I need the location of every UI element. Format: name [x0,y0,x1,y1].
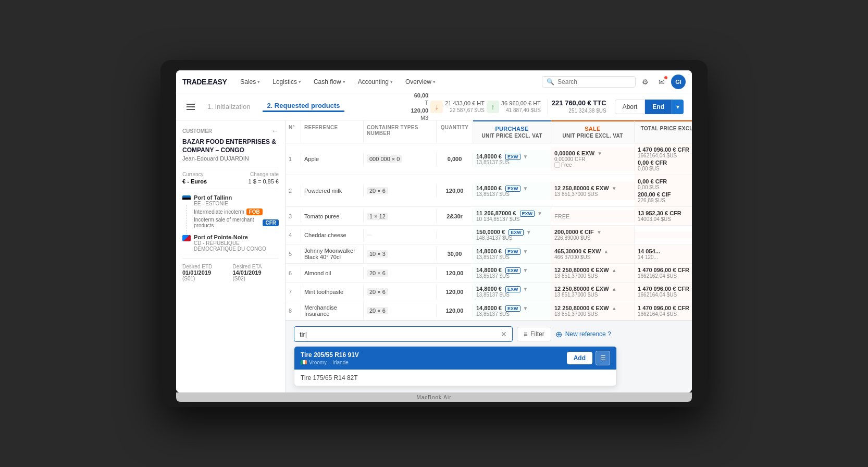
table-row[interactable]: 3 Tomato puree 1 × 12 2&30r 11 206,87000… [286,207,692,226]
dropdown-item[interactable]: Tire 175/65 R14 82T [294,370,616,386]
arrow-down-icon: ↓ [430,101,443,113]
port-section: Port of Tallinn EE - ESTONIE Intermediat… [182,194,279,254]
step-buttons: Abort End ▾ [615,100,684,114]
th-container: Container types number [364,120,437,143]
end-button[interactable]: End [645,100,672,114]
user-avatar[interactable]: GI [671,75,686,89]
menu-button[interactable] [184,102,197,112]
purchase-chevron-icon[interactable]: ▼ [523,305,528,311]
abort-button[interactable]: Abort [615,100,646,114]
sale-chevron-icon[interactable]: ▲ [612,267,617,273]
search-input[interactable] [557,78,631,85]
cell-num: 1 [286,153,301,165]
cell-container: 20 × 6 [364,184,437,198]
cell-purchase-price: 11 206,87000 € EXW ▼ 10 134,85137 $US [473,207,551,225]
search-box[interactable]: 🔍 [542,76,636,88]
cell-purchase-price: 14,8000 € EXW ▼ 13,85137 $US [473,282,551,301]
search-row: ✕ ≡ Filter ⊕ New reference ? [294,326,684,342]
add-product-button[interactable]: Add [567,352,592,364]
currency-values: € - Euros 1 $ = 0,85 € [182,178,279,185]
cell-purchase-price: 14,8000 € EXW ▼ 13,85137 $US [473,245,551,263]
dropdown-item-name: Tire 205/55 R16 91V [301,351,567,359]
sale-chevron-icon[interactable]: ▼ [597,229,602,235]
cell-total-price: 1 470 096,00 € CFR 1662164,04 $US [635,302,692,320]
cell-purchase-price: 14,8000 € EXW ▼ 13,85137 $US [473,150,551,168]
nav-sales[interactable]: Sales ▾ [235,76,265,88]
new-reference-button[interactable]: ⊕ New reference ? [555,329,611,339]
cell-reference: Almond oil [301,267,364,279]
eta-block: Desired ETA 14/01/2019 (S02) [233,264,279,281]
th-num: N° [286,120,301,143]
ttc-metric: 221 760,00 € TTC 251 324,38 $US [547,99,606,115]
estonia-flag [182,195,191,202]
table-row[interactable]: 4 Cheddar cheese 150,0000 € EXW ▼ 148,34… [286,226,692,244]
ht2-metric: 36 960,00 € HT 41 887,40 $US [501,100,541,114]
cell-reference: Cheddar cheese [301,229,364,241]
filter-button[interactable]: ≡ Filter [517,327,551,341]
purchase-chevron-icon[interactable]: ▼ [526,229,531,235]
table-row[interactable]: 8 Merchandise Insurance 20 × 6 120,00 14… [286,301,692,321]
port-pointe-noire-info: Port of Pointe-Noire CD - RÉPUBLIQUE DÉM… [194,234,279,254]
etd-block: Desired ETD 01/01/2019 (S01) [182,264,229,281]
table-row[interactable]: 5 Johnny Moonwalker Black 40° 70cl 10 × … [286,244,692,264]
purchase-chevron-icon[interactable]: ▼ [523,267,528,273]
table-area: N° Reference Container types number Quan… [286,120,692,392]
currency-row: Currency Change rate [182,171,279,177]
product-search-box[interactable]: ✕ [294,326,513,342]
mail-button[interactable]: ✉ [654,75,669,89]
fob-badge: FOB [246,208,263,215]
settings-button[interactable]: ⚙ [638,75,652,89]
qty-metric: 60,00 T 120,00 M3 [411,92,429,121]
sidebar: Customer ← BAZAR FOOD ENTERPRISES & COMP… [176,120,286,392]
cell-container [364,231,437,239]
cell-sale-price: 12 250,80000 € EXW ▲ 13 851,37000 $US [551,302,635,320]
sale-chevron-icon[interactable]: ▲ [612,286,617,292]
purchase-chevron-icon[interactable]: ▼ [523,249,528,254]
dropdown-item[interactable]: Tire 205/55 R16 91V Vroomy – Irlande Add… [294,347,616,370]
th-purchase: Purchase Unit price excl. VAT [473,120,551,143]
end-dropdown-button[interactable]: ▾ [672,100,684,114]
sale-chevron-icon[interactable]: ▲ [603,249,609,254]
cell-num: 3 [286,210,301,223]
detail-button[interactable]: ☰ [596,351,610,365]
nav-accounting[interactable]: Accounting ▾ [353,76,398,88]
table-row[interactable]: 7 Mint toothpaste 20 × 6 120,00 14,8000 … [286,282,692,301]
purchase-chevron-icon[interactable]: ▼ [523,186,528,191]
th-sale-unit: Sale Unit price excl. VAT [551,120,635,143]
th-total-price: Total price excl. VAT [635,120,692,143]
sale-chevron-icon[interactable]: ▲ [612,305,617,311]
ireland-flag-icon [301,360,307,364]
table-row[interactable]: 2 Powdered milk 20 × 6 120,00 14,8000 € … [286,175,692,207]
clear-search-button[interactable]: ✕ [501,330,507,338]
cell-num: 4 [286,229,301,241]
table-row[interactable]: 1 Apple 000 000 × 0 0,000 14,8000 € EXW … [286,143,692,175]
cell-total-price: 1 470 096,00 € CFR 1662162,04 $US [635,264,692,282]
sale-chevron-icon[interactable]: ▼ [612,186,617,191]
product-search-input[interactable] [300,330,497,338]
plus-circle-icon: ⊕ [555,329,562,339]
sales-chevron-icon: ▾ [257,79,260,84]
step-bar: 1. Initialization 2. Requested products … [176,93,692,120]
nav-cashflow[interactable]: Cash flow ▾ [308,76,351,88]
sale-chevron-icon[interactable]: ▼ [597,151,602,156]
cell-sale-price: FREE [551,210,635,223]
nav-logistics[interactable]: Logistics ▾ [267,76,306,88]
step-1[interactable]: 1. Initialization [203,103,254,110]
main-content: Customer ← BAZAR FOOD ENTERPRISES & COMP… [176,120,692,392]
cell-quantity: 2&30r [437,210,473,223]
nav-overview[interactable]: Overview ▾ [400,76,441,88]
search-icon: 🔍 [547,78,554,85]
th-quantity: Quantity [437,120,473,143]
purchase-chevron-icon[interactable]: ▼ [523,154,528,159]
cell-reference: Johnny Moonwalker Black 40° 70cl [301,244,364,263]
table-row[interactable]: 6 Almond oil 20 × 6 120,00 14,8000 € EXW… [286,264,692,282]
cfr-badge: CFR [263,219,279,226]
date-section: Desired ETD 01/01/2019 (S01) Desired ETA… [182,264,279,281]
sidebar-back-button[interactable]: ← [271,127,279,135]
port-tallinn-info: Port of Tallinn EE - ESTONIE Intermediat… [194,194,279,230]
step-2[interactable]: 2. Requested products [263,102,344,112]
purchase-chevron-icon[interactable]: ▼ [523,286,528,292]
purchase-chevron-icon[interactable]: ▼ [537,211,542,216]
cell-num: 8 [286,304,301,317]
cell-quantity: 120,00 [437,185,473,197]
